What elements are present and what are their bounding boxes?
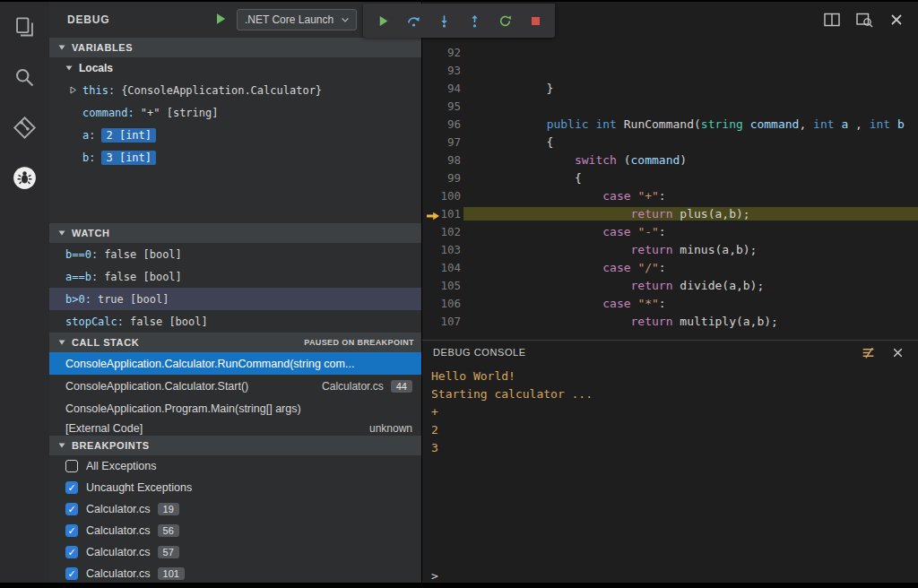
line-number[interactable]: 96 [422, 117, 463, 131]
line-number[interactable]: 92 [422, 46, 463, 59]
code-line[interactable]: 106 case "*": [422, 294, 918, 312]
code-text[interactable]: { [463, 171, 918, 185]
close-button[interactable] [888, 11, 905, 29]
watch-row[interactable]: b>0:true [bool] [49, 288, 421, 310]
line-number-text: 98 [447, 153, 461, 167]
editor-search-button[interactable] [855, 11, 873, 29]
launch-config-dropdown[interactable]: .NET Core Launch [237, 9, 357, 30]
watch-row[interactable]: stopCalc:false [bool] [49, 310, 421, 333]
step-out-button[interactable] [463, 10, 485, 31]
frame-label: ConsoleApplication.Program.Main(string[]… [65, 402, 301, 415]
breakpoint-checkbox[interactable]: ✓ [65, 524, 78, 537]
code-text[interactable]: public int RunCommand(string command, in… [463, 117, 918, 131]
variable-row[interactable]: b:3 [int] [49, 146, 421, 169]
code-line[interactable]: 100 case "+": [422, 186, 918, 204]
breakpoint-checkbox[interactable]: ✓ [65, 503, 78, 515]
code-text[interactable]: { [463, 135, 918, 149]
code-text[interactable]: return plus(a,b); [463, 207, 918, 220]
code-text[interactable]: } [463, 82, 918, 95]
line-number[interactable]: 105 [422, 279, 463, 292]
code-line[interactable]: 95 [422, 97, 918, 115]
code-text[interactable]: return minus(a,b); [463, 243, 918, 256]
split-editor-button[interactable] [823, 11, 841, 29]
code-text[interactable]: switch (command) [463, 153, 918, 167]
activity-item-source-control[interactable] [0, 102, 49, 152]
line-number[interactable]: 99 [422, 171, 463, 185]
variable-row[interactable]: command:"+" [string] [49, 101, 421, 124]
breakpoint-checkbox[interactable] [65, 460, 78, 472]
collapse-icon [58, 44, 65, 51]
line-number[interactable]: 94 [422, 82, 463, 95]
variables-section-header[interactable]: VARIABLES [49, 38, 421, 57]
continue-button[interactable] [372, 10, 394, 31]
breakpoint-checkbox[interactable]: ✓ [65, 546, 78, 558]
activity-item-explorer[interactable] [0, 2, 49, 52]
step-over-button[interactable] [403, 10, 424, 31]
breakpoint-checkbox[interactable]: ✓ [65, 481, 78, 494]
debug-sidebar: DEBUG .NET Core Launch VARIABLES Locals … [49, 2, 421, 588]
code-text[interactable]: return divide(a,b); [463, 279, 918, 292]
start-debugging-button[interactable] [213, 12, 230, 28]
code-editor[interactable]: 929394 }9596 public int RunCommand(strin… [422, 2, 918, 340]
code-line[interactable]: 104 case "/": [422, 258, 918, 276]
code-line[interactable]: 98 switch (command) [422, 151, 918, 169]
call-stack-section-header[interactable]: CALL STACK PAUSED ON BREAKPOINT [49, 333, 421, 352]
line-number[interactable]: 104 [422, 261, 463, 274]
breakpoint-row[interactable]: ✓Calculator.cs101 [49, 563, 421, 584]
call-stack-frame[interactable]: ConsoleApplication.Program.Main(string[]… [49, 397, 421, 419]
code-line[interactable]: 102 case "-": [422, 222, 918, 240]
code-line[interactable]: 97 { [422, 133, 918, 151]
breakpoint-row[interactable]: ✓Calculator.cs19 [49, 498, 421, 520]
breakpoint-checkbox[interactable]: ✓ [65, 567, 78, 580]
code-area[interactable]: 929394 }9596 public int RunCommand(strin… [422, 38, 918, 330]
code-line[interactable]: 105 return divide(a,b); [422, 276, 918, 294]
code-text[interactable]: case "+": [463, 189, 918, 203]
line-number[interactable]: 102 [422, 225, 463, 238]
line-number[interactable]: 95 [422, 99, 463, 113]
line-number[interactable]: 101 [422, 207, 463, 220]
line-number[interactable]: 103 [422, 243, 463, 256]
code-line[interactable]: 92 [422, 43, 918, 61]
call-stack-frame[interactable]: ConsoleApplication.Calculator.Start()Cal… [49, 375, 421, 397]
watch-section-header[interactable]: WATCH [49, 223, 421, 243]
activity-item-search[interactable] [0, 52, 49, 102]
code-line[interactable]: 93 [422, 61, 918, 79]
call-stack-section-title: CALL STACK [72, 337, 139, 348]
code-text[interactable]: return multiply(a,b); [463, 315, 918, 328]
line-number[interactable]: 106 [422, 297, 463, 310]
call-stack-frame[interactable]: [External Code]unknown [49, 419, 421, 436]
line-number[interactable]: 93 [422, 64, 463, 77]
call-stack-frame[interactable]: ConsoleApplication.Calculator.RunCommand… [49, 352, 421, 375]
code-line[interactable]: 96 public int RunCommand(string command,… [422, 115, 918, 133]
stop-button[interactable] [524, 10, 546, 31]
watch-row[interactable]: a==b:false [bool] [49, 265, 421, 288]
breakpoints-section-header[interactable]: BREAKPOINTS [49, 436, 421, 455]
watch-row[interactable]: b==0:false [bool] [49, 243, 421, 265]
breakpoint-row[interactable]: ✓Calculator.cs56 [49, 520, 421, 541]
breakpoint-row[interactable]: ✓Uncaught Exceptions [49, 477, 421, 498]
code-line[interactable]: 99 { [422, 169, 918, 186]
code-line[interactable]: 94 } [422, 79, 918, 97]
start-debugging-icon [213, 12, 228, 26]
code-text[interactable]: case "/": [463, 261, 918, 274]
code-text[interactable]: case "*": [463, 297, 918, 310]
breakpoint-row[interactable]: All Exceptions [49, 455, 421, 477]
watch-section-title: WATCH [72, 228, 110, 238]
locals-group[interactable]: Locals [49, 57, 421, 79]
restart-button[interactable] [494, 10, 515, 31]
code-text[interactable]: case "-": [463, 225, 918, 238]
close-button[interactable] [890, 345, 905, 360]
code-line[interactable]: 107 return multiply(a,b); [422, 312, 918, 330]
line-number[interactable]: 97 [422, 135, 463, 149]
variable-row[interactable]: this:{ConsoleApplication.Calculator} [49, 79, 421, 101]
variable-row[interactable]: a:2 [int] [49, 124, 421, 146]
line-number[interactable]: 98 [422, 153, 463, 167]
line-number[interactable]: 100 [422, 189, 463, 203]
activity-item-debug[interactable] [0, 152, 49, 203]
breakpoint-row[interactable]: ✓Calculator.cs57 [49, 541, 421, 563]
step-into-button[interactable] [433, 10, 455, 31]
clear-console-button[interactable] [861, 345, 876, 360]
line-number[interactable]: 107 [422, 315, 463, 328]
code-line[interactable]: 101 return plus(a,b); [422, 204, 918, 222]
code-line[interactable]: 103 return minus(a,b); [422, 240, 918, 258]
